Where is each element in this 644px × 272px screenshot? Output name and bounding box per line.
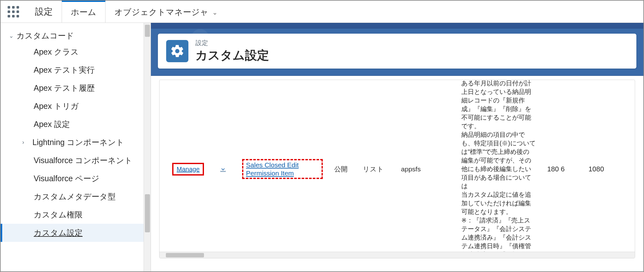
highlight-manage: Manage	[172, 163, 204, 176]
visibility-cell: 公開	[329, 80, 357, 258]
name-cell: Sales Closed Edit Permission Item	[236, 80, 329, 258]
scrollbar-thumb[interactable]	[145, 25, 150, 37]
sidebar-item-custom-settings[interactable]: カスタム設定	[1, 224, 151, 242]
description-cell: 売上締め機能によって、ある年月以前の日付が計上日となっている納品明細レコードの『…	[456, 80, 541, 258]
breadcrumb: 設定	[195, 39, 269, 47]
sidebar-scrollbar[interactable]	[144, 23, 151, 271]
sidebar-item-lightning-components[interactable]: › Lightning コンポーネント	[1, 133, 151, 151]
gear-icon	[166, 40, 188, 62]
sidebar-item-apex-test-execution[interactable]: Apex テスト実行	[1, 61, 151, 79]
download-icon[interactable]	[219, 165, 227, 174]
value2-cell: 1080	[583, 80, 618, 258]
sidebar-section-custom-code[interactable]: ⌄ カスタムコード	[1, 29, 151, 43]
chevron-down-icon: ⌄	[212, 9, 218, 16]
banner-strip	[151, 23, 643, 29]
sidebar: ⌄ カスタムコード Apex クラス Apex テスト実行 Apex テスト履歴…	[1, 23, 151, 271]
list-panel: Manage Sales Closed Edit Permission Item…	[159, 80, 635, 258]
sidebar-item-apex-settings[interactable]: Apex 設定	[1, 115, 151, 133]
scrollbar-thumb[interactable]	[166, 253, 204, 257]
caret-down-icon: ⌄	[8, 32, 15, 39]
sidebar-item-custom-metadata-types[interactable]: カスタムメタデータ型	[1, 188, 151, 206]
sidebar-item-apex-classes[interactable]: Apex クラス	[1, 43, 151, 61]
waffle-icon	[8, 6, 19, 17]
setting-name-link[interactable]: Sales Closed Edit Permission Item	[246, 161, 299, 176]
scrollbar-thumb[interactable]	[145, 194, 150, 232]
manage-link[interactable]: Manage	[177, 166, 200, 173]
page-title: カスタム設定	[195, 47, 269, 63]
tab-home[interactable]: ホーム	[62, 1, 105, 23]
sidebar-section-label: カスタムコード	[17, 30, 74, 41]
tab-object-manager-label: オブジェクトマネージャ	[114, 7, 208, 18]
caret-right-icon: ›	[20, 139, 27, 146]
table-row: Manage Sales Closed Edit Permission Item…	[159, 80, 635, 258]
sidebar-item-visualforce-components[interactable]: Visualforce コンポーネント	[1, 151, 151, 169]
namespace-cell: appsfs	[395, 80, 456, 258]
app-launcher-button[interactable]	[1, 1, 26, 23]
content-pane: 設定 カスタム設定 Manage Sa	[151, 23, 643, 271]
tab-object-manager[interactable]: オブジェクトマネージャ ⌄	[105, 1, 227, 23]
tab-home-label: ホーム	[71, 7, 96, 18]
sidebar-item-label: Lightning コンポーネント	[32, 137, 124, 148]
row-action: Manage	[166, 80, 210, 258]
type-cell: リスト	[357, 80, 395, 258]
highlight-name: Sales Closed Edit Permission Item	[242, 159, 323, 179]
sidebar-item-apex-test-history[interactable]: Apex テスト履歴	[1, 79, 151, 97]
page-header: 設定 カスタム設定	[158, 34, 636, 69]
value1-cell: 180 6	[541, 80, 583, 258]
app-name: 設定	[26, 1, 62, 23]
download-cell	[210, 80, 236, 258]
horizontal-scrollbar[interactable]	[159, 252, 635, 258]
top-bar: 設定 ホーム オブジェクトマネージャ ⌄	[1, 1, 643, 23]
sidebar-item-visualforce-pages[interactable]: Visualforce ページ	[1, 169, 151, 188]
sidebar-item-custom-permissions[interactable]: カスタム権限	[1, 206, 151, 224]
sidebar-item-apex-triggers[interactable]: Apex トリガ	[1, 97, 151, 115]
